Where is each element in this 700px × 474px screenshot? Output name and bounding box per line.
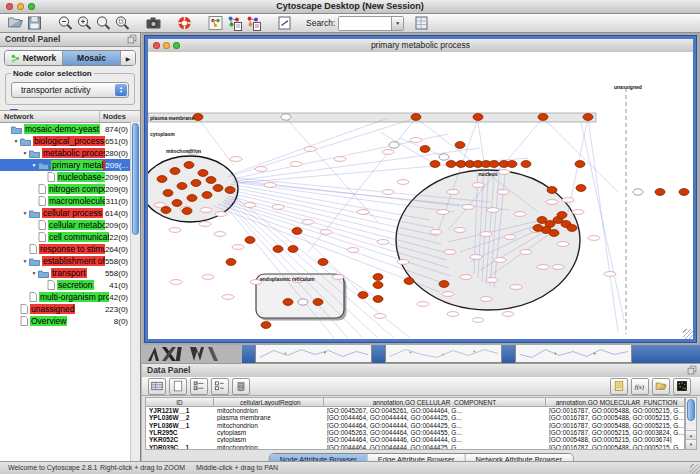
tab-overflow-arrow-icon[interactable]: ▶	[121, 51, 135, 65]
tree-row-nitrogen-compo[interactable]: nitrogen compo209(0)	[0, 183, 140, 195]
zoom-out-icon[interactable]	[57, 15, 74, 31]
tree-row-unassigned[interactable]: unassigned223(0)	[0, 303, 140, 315]
net-zoom-button[interactable]	[173, 42, 180, 49]
close-button[interactable]	[6, 3, 13, 10]
table-cell: [GO:0045263, GO:0044464, GO:0044455, G..…	[324, 429, 546, 436]
app-resize-grip[interactable]	[690, 464, 700, 474]
expand-arrow-icon[interactable]: ▼	[12, 138, 20, 144]
table-row[interactable]: YPL036W__1mitochondrion[GO:0044464, GO:0…	[146, 422, 684, 429]
open-attributes-icon[interactable]	[652, 378, 670, 395]
network-tree-header: Network Nodes	[0, 111, 140, 123]
minimized-network-thumbnail[interactable]	[255, 345, 372, 363]
tree-scrollbar-thumb[interactable]	[132, 123, 139, 235]
import-network-icon[interactable]	[226, 15, 243, 31]
control-panel: Control Panel Network Mosaic ▶ Node colo…	[0, 33, 141, 462]
tree-row-mosaic-demo-yeast[interactable]: mosaic-demo-yeast874(0)	[0, 123, 140, 135]
table-icon[interactable]	[148, 378, 166, 395]
float-panel-icon[interactable]	[687, 365, 697, 375]
network-view-titlebar[interactable]: primary metabolic process	[148, 39, 693, 53]
matrix-icon[interactable]	[673, 378, 691, 395]
table-scrollbar-thumb[interactable]	[687, 399, 695, 421]
table-column-header[interactable]: annotation.GO CELLULAR_COMPONENT	[324, 398, 546, 407]
file-icon	[38, 232, 46, 242]
notes-icon[interactable]	[610, 378, 628, 395]
table-row[interactable]: YJR121W__1mitochondrion[GO:0045267, GO:0…	[146, 407, 684, 414]
network-canvas-area[interactable]: plasma membranecytoplasmmitochondrionnuc…	[148, 52, 693, 339]
tree-row-cellular-metabo[interactable]: cellular metabo209(0)	[0, 219, 140, 231]
new-attribute-icon[interactable]	[169, 378, 187, 395]
node-label-mark	[290, 162, 302, 167]
table-column-header[interactable]: ID	[146, 398, 214, 407]
expand-arrow-icon[interactable]: ▼	[21, 210, 29, 216]
table-row[interactable]: YPL036W__2plasma membrane[GO:0044464, GO…	[146, 414, 684, 421]
tree-row-metabolic-process[interactable]: ▼metabolic process280(0)	[0, 147, 140, 159]
table-cell: [GO:0016787, GO:0005488, GO:0005215, G..…	[546, 422, 685, 429]
tree-row-multi-organism-pro[interactable]: multi-organism pro42(0)	[0, 291, 140, 303]
minimized-network-thumbnail[interactable]	[515, 345, 632, 363]
tree-column-network[interactable]: Network	[0, 111, 100, 122]
expand-arrow-icon[interactable]: ▼	[30, 162, 38, 168]
tree-row-cell-communicat[interactable]: cell communicat22(0)	[0, 231, 140, 243]
search-input[interactable]	[339, 17, 391, 30]
network-canvas[interactable]: plasma membranecytoplasmmitochondrionnuc…	[148, 52, 693, 339]
tree-row-cellular-process[interactable]: ▼cellular process614(0)	[0, 207, 140, 219]
annotation-icon[interactable]	[276, 15, 293, 31]
tree-column-nodes[interactable]: Nodes	[100, 111, 140, 122]
dock-separator	[372, 345, 385, 363]
net-minimize-button[interactable]	[163, 42, 170, 49]
node-label-mark	[494, 258, 506, 263]
vizmapper-icon[interactable]	[207, 15, 224, 31]
tree-row-transport[interactable]: ▼transport558(0)	[0, 267, 140, 279]
tree-row-biological-process[interactable]: ▼biological_process651(0)	[0, 135, 140, 147]
zoom-selected-icon[interactable]	[114, 15, 131, 31]
formula-icon[interactable]: f(x)	[631, 378, 649, 395]
table-column-header[interactable]: _cellularLayoutRegion	[214, 398, 324, 407]
float-panel-icon[interactable]	[127, 34, 137, 44]
unselect-attributes-icon[interactable]	[211, 378, 229, 395]
node-label-mark	[604, 272, 616, 277]
tree-row-establishment-of-lo[interactable]: ▼establishment of lo558(0)	[0, 255, 140, 267]
table-cell: [GO:0045267, GO:0045261, GO:0044464, G..…	[324, 407, 546, 414]
node-label-mark	[437, 210, 449, 215]
open-icon[interactable]	[7, 15, 24, 31]
table-column-header[interactable]: annotation.GO MOLECULAR_FUNCTION	[546, 398, 685, 407]
expand-arrow-icon[interactable]: ▼	[21, 258, 29, 264]
zoom-button[interactable]	[28, 3, 35, 10]
zoom-fit-icon[interactable]	[95, 15, 112, 31]
tree-row-macromolecule[interactable]: macromolecule311(0)	[0, 195, 140, 207]
minimized-network-thumbnail[interactable]	[385, 345, 502, 363]
session-icon[interactable]	[413, 15, 430, 31]
gene-node	[225, 187, 235, 194]
network-tree-icon	[11, 54, 20, 63]
tree-row-response-to-stimul[interactable]: response to stimul264(0)	[0, 243, 140, 255]
delete-attribute-icon[interactable]	[232, 378, 250, 395]
help-icon[interactable]	[176, 15, 193, 31]
table-row[interactable]: YLR295Ccytoplasm[GO:0045263, GO:0044464,…	[146, 429, 684, 436]
node-label-mark	[572, 210, 584, 215]
scroll-down-icon[interactable]: ▼	[686, 439, 696, 449]
dock-separator	[242, 345, 255, 363]
tree-row-label: nucleobase-	[57, 172, 105, 182]
save-icon[interactable]	[26, 15, 43, 31]
window-resize-grip[interactable]	[683, 329, 693, 339]
tab-network[interactable]: Network	[5, 51, 63, 65]
select-attributes-icon[interactable]	[190, 378, 208, 395]
table-row[interactable]: YKR052Ccytoplasm[GO:0044464, GO:0044446,…	[146, 436, 684, 443]
search-dropdown-arrow-icon[interactable]: ▼	[391, 17, 403, 30]
snapshot-icon[interactable]	[145, 15, 162, 31]
import-table-icon[interactable]	[245, 15, 262, 31]
minimize-button[interactable]	[17, 3, 24, 10]
tree-row-overview[interactable]: Overview8(0)	[0, 315, 140, 327]
expand-arrow-icon[interactable]: ▼	[21, 150, 29, 156]
tree-row-nucleobase-[interactable]: nucleobase-209(0)	[0, 171, 140, 183]
tab-mosaic[interactable]: Mosaic	[63, 51, 121, 65]
file-icon	[29, 292, 37, 302]
tree-row-primary-metab[interactable]: ▼primary metab209(...	[0, 159, 140, 171]
net-close-button[interactable]	[153, 42, 160, 49]
node-color-dropdown[interactable]: transporter activity ▲▼	[11, 82, 129, 98]
expand-arrow-icon[interactable]: ▼	[30, 270, 38, 276]
gene-node	[549, 230, 559, 237]
zoom-in-icon[interactable]	[76, 15, 93, 31]
tree-row-secretion[interactable]: secretion41(0)	[0, 279, 140, 291]
table-row[interactable]: YDR039C__1mitochondrion[GO:0044464, GO:0…	[146, 443, 684, 450]
